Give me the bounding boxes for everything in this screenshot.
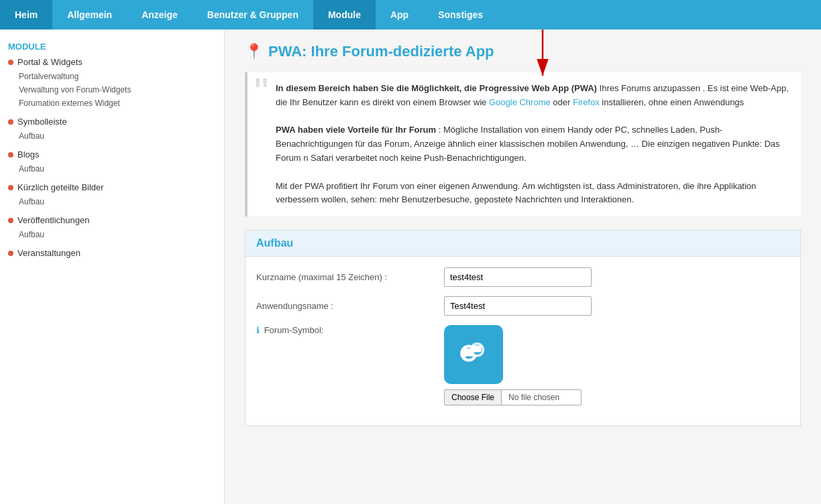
sidebar-group-bilder: Kürzlich geteilte Bilder Aufbau [0,180,224,208]
forum-symbol-upload-area: Choose File No file chosen [444,325,582,405]
description-para-1: In diesem Bereich haben Sie die Möglichk… [276,82,789,110]
description-text-3: Mit der PWA profitiert Ihr Forum von ein… [276,181,756,205]
aufbau-header: Aufbau [245,231,800,257]
sidebar-item-symbolleiste[interactable]: Symbolleiste [0,114,224,129]
sidebar-group-label: Veröffentlichungen [17,215,89,225]
description-para-3: Mit der PWA profitiert Ihr Forum von ein… [276,180,789,208]
sidebar-sub-blogs-aufbau[interactable]: Aufbau [0,162,224,176]
sidebar-group-blogs: Blogs Aufbau [0,147,224,176]
main-layout: MODULE Portal & Widgets Portalverwaltung… [0,29,821,504]
nav-sonstiges[interactable]: Sonstiges [423,0,498,29]
sidebar-group-veranstaltungen: Veranstaltungen [0,245,224,261]
quote-mark-icon: " [254,72,268,113]
bullet-icon [8,218,13,223]
sidebar-sub-forum-widgets[interactable]: Verwaltung von Forum-Widgets [0,83,224,97]
top-navigation: Heim Allgemein Anzeige Benutzer & Gruppe… [0,0,821,29]
forum-symbol-preview [444,325,503,384]
info-icon: ℹ [256,325,260,335]
description-content: In diesem Bereich haben Sie die Möglichk… [276,82,789,207]
nav-heim[interactable]: Heim [0,0,52,29]
sidebar: MODULE Portal & Widgets Portalverwaltung… [0,29,225,504]
aufbau-body: Kurzname (maximal 15 Zeichen) : Anwendun… [245,257,800,426]
description-para-2: PWA haben viele Vorteile für Ihr Forum :… [276,123,789,165]
sidebar-group-veroeffentlichungen: Veröffentlichungen Aufbau [0,212,224,241]
choose-file-button[interactable]: Choose File [444,389,501,405]
bullet-icon [8,185,13,190]
input-anwendungsname[interactable] [444,296,592,316]
input-kurzname[interactable] [444,267,592,287]
nav-anzeige[interactable]: Anzeige [127,0,193,29]
sidebar-item-bilder[interactable]: Kürzlich geteilte Bilder [0,180,224,195]
sidebar-group-label: Veranstaltungen [17,248,80,258]
sidebar-item-portal-widgets[interactable]: Portal & Widgets [0,54,224,70]
label-kurzname: Kurzname (maximal 15 Zeichen) : [256,272,444,282]
form-row-anwendungsname: Anwendungsname : [256,296,789,316]
sidebar-sub-symbolleiste-aufbau[interactable]: Aufbau [0,129,224,143]
sidebar-item-veranstaltungen[interactable]: Veranstaltungen [0,245,224,261]
description-box: " In diesem Bereich haben Sie die Möglic… [245,72,801,216]
main-content: 📍 PWA: Ihre Forum-dedizierte App " In di… [225,29,821,504]
google-chrome-link[interactable]: Google Chrome [489,97,551,107]
bullet-icon [8,60,13,65]
label-anwendungsname: Anwendungsname : [256,301,444,311]
sidebar-sub-externes-widget[interactable]: Forumation externes Widget [0,97,224,110]
page-title: PWA: Ihre Forum-dedizierte App [268,43,494,60]
nav-allgemein[interactable]: Allgemein [52,0,127,29]
chat-bubble-icon [455,336,492,373]
label-forum-symbol-text: Forum-Symbol: [264,325,324,335]
nav-benutzer-gruppen[interactable]: Benutzer & Gruppen [193,0,313,29]
sidebar-item-veroeffentlichungen[interactable]: Veröffentlichungen [0,212,224,228]
nav-app[interactable]: App [376,0,423,29]
file-no-chosen-label: No file chosen [501,389,582,405]
page-title-row: 📍 PWA: Ihre Forum-dedizierte App [245,43,801,60]
description-bold-1: In diesem Bereich haben Sie die Möglichk… [276,83,597,93]
bullet-icon [8,251,13,256]
sidebar-sub-veroeffentlichungen-aufbau[interactable]: Aufbau [0,228,224,241]
sidebar-section-title: MODULE [0,36,224,54]
sidebar-group-label: Blogs [17,149,40,160]
firefox-link[interactable]: Firefox [573,97,600,107]
description-bold-2: PWA haben viele Vorteile für Ihr Forum [276,125,436,135]
sidebar-sub-bilder-aufbau[interactable]: Aufbau [0,195,224,208]
sidebar-group-symbolleiste: Symbolleiste Aufbau [0,114,224,143]
sidebar-group-label: Symbolleiste [17,117,67,127]
sidebar-item-blogs[interactable]: Blogs [0,147,224,162]
svg-rect-7 [472,346,481,353]
sidebar-group-label: Kürzlich geteilte Bilder [17,182,104,192]
location-pin-icon: 📍 [245,43,263,60]
sidebar-sub-portalverwaltung[interactable]: Portalverwaltung [0,70,224,83]
aufbau-section: Aufbau Kurzname (maximal 15 Zeichen) : A… [245,230,801,426]
form-row-kurzname: Kurzname (maximal 15 Zeichen) : [256,267,789,287]
sidebar-group-portal: Portal & Widgets Portalverwaltung Verwal… [0,54,224,110]
form-row-forum-symbol: ℹ Forum-Symbol: [256,325,789,405]
file-input-row: Choose File No file chosen [444,389,582,405]
bullet-icon [8,152,13,158]
nav-module[interactable]: Module [313,0,376,29]
label-forum-symbol: ℹ Forum-Symbol: [256,325,444,335]
bullet-icon [8,119,13,125]
sidebar-group-label: Portal & Widgets [17,57,83,67]
